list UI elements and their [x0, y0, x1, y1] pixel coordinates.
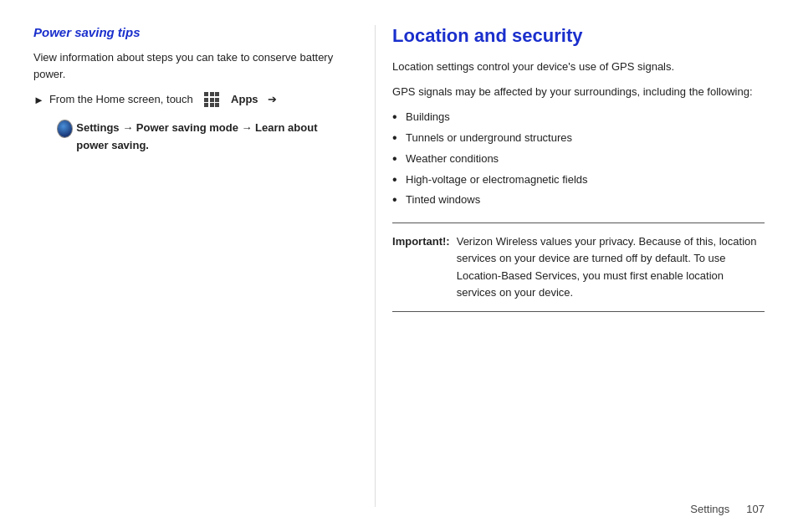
- important-text: Verizon Wireless values your privacy. Be…: [457, 233, 765, 301]
- settings-step: Settings → Power saving mode → Learn abo…: [57, 120, 350, 155]
- right-para1: Location settings control your device's …: [392, 59, 765, 75]
- arrow-icon: ►: [33, 92, 44, 109]
- list-item: Weather conditions: [392, 151, 765, 168]
- left-section-title: Power saving tips: [33, 25, 350, 39]
- right-column: Location and security Location settings …: [375, 25, 765, 507]
- page-footer: Settings 107: [690, 503, 765, 515]
- apps-label: Apps: [231, 91, 258, 108]
- list-item: Tunnels or underground structures: [392, 130, 765, 147]
- step-intro-text: From the Home screen, touch: [49, 91, 193, 108]
- step-line: From the Home screen, touch Apps ➔: [49, 91, 277, 108]
- right-para2: GPS signals may be affected by your surr…: [392, 84, 765, 100]
- apps-grid-icon: [204, 92, 219, 107]
- arrow-symbol: ➔: [268, 91, 277, 108]
- left-body-text: View information about steps you can tak…: [33, 49, 350, 83]
- left-column: Power saving tips View information about…: [33, 25, 375, 507]
- footer-label: Settings: [690, 503, 729, 515]
- list-item: Tinted windows: [392, 192, 765, 209]
- settings-step-text: Settings → Power saving mode → Learn abo…: [76, 120, 350, 155]
- bullet-list: Buildings Tunnels or underground structu…: [392, 109, 765, 209]
- important-box: Important!: Verizon Wireless values your…: [392, 223, 765, 312]
- list-item: High-voltage or electromagnetic fields: [392, 171, 765, 189]
- step-item: ► From the Home screen, touch Apps ➔: [33, 91, 350, 113]
- page-number: 107: [746, 503, 765, 515]
- important-label: Important!:: [392, 233, 450, 250]
- list-item: Buildings: [392, 109, 765, 126]
- important-content: Important!: Verizon Wireless values your…: [392, 233, 765, 301]
- settings-circle-icon: [57, 120, 73, 138]
- right-section-title: Location and security: [392, 25, 765, 47]
